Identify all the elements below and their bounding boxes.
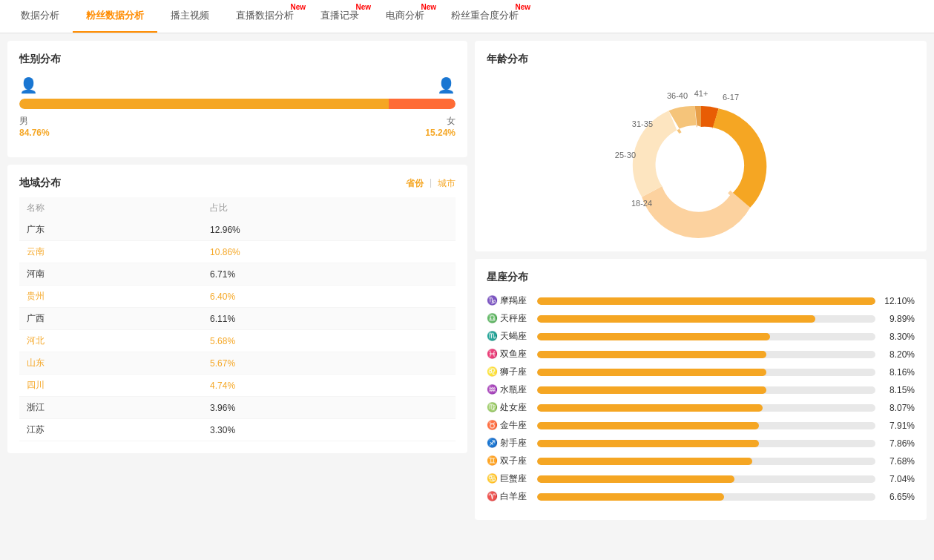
tab-streamer-video[interactable]: 播主视频: [157, 0, 223, 33]
tab-fans-overlap[interactable]: 粉丝重合度分析 New: [438, 0, 532, 33]
zodiac-name: ♉ 金牛座: [487, 419, 531, 432]
region-name: 广东: [19, 219, 203, 241]
age-label-41: 41+: [694, 89, 708, 98]
zodiac-pct: 6.65%: [881, 492, 915, 502]
tab-data-analysis[interactable]: 数据分析: [7, 0, 73, 33]
zodiac-bar-bg: [537, 440, 875, 447]
region-pct: 3.30%: [203, 419, 456, 441]
table-row: 贵州6.40%: [19, 286, 456, 308]
region-pct: 5.68%: [203, 330, 456, 352]
zodiac-name: ♋ 巨蟹座: [487, 472, 531, 485]
region-name: 河北: [19, 330, 203, 352]
tab-ecommerce[interactable]: 电商分析 New: [372, 0, 438, 33]
region-name: 广西: [19, 308, 203, 330]
zodiac-bar-bg: [537, 422, 875, 429]
zodiac-bar-fill: [537, 422, 759, 429]
region-name: 山东: [19, 352, 203, 375]
region-pct: 6.11%: [203, 308, 456, 330]
zodiac-pct: 8.30%: [881, 332, 915, 342]
zodiac-name: ♊ 双子座: [487, 455, 531, 467]
region-pct: 4.74%: [203, 375, 456, 397]
zodiac-bar-bg: [537, 475, 875, 483]
zodiac-pct: 7.91%: [881, 421, 915, 431]
zodiac-name: ♍ 处女座: [487, 401, 531, 414]
zodiac-name: ♎ 天秤座: [487, 312, 531, 325]
list-item: ♒ 水瓶座8.15%: [487, 383, 915, 396]
list-item: ♋ 巨蟹座7.04%: [487, 472, 915, 485]
zodiac-bar-fill: [537, 475, 734, 483]
table-row: 四川4.74%: [19, 375, 456, 397]
tab-live-record[interactable]: 直播记录 New: [307, 0, 372, 33]
table-row: 河南6.71%: [19, 263, 456, 286]
zodiac-bar-fill: [537, 440, 759, 447]
region-name: 云南: [19, 241, 203, 263]
zodiac-pct: 9.89%: [881, 314, 915, 324]
col-pct: 占比: [203, 197, 456, 219]
age-label-3135: 25-30: [614, 151, 635, 159]
table-row: 广西6.11%: [19, 308, 456, 330]
zodiac-title: 星座分布: [487, 271, 915, 284]
age-title: 年龄分布: [487, 53, 915, 66]
table-row: 江苏3.30%: [19, 419, 456, 441]
list-item: ♓ 双鱼座8.20%: [487, 348, 915, 360]
list-item: ♉ 金牛座7.91%: [487, 419, 915, 432]
zodiac-bar-fill: [537, 351, 766, 358]
region-pct: 12.96%: [203, 219, 456, 241]
zodiac-bar-fill: [537, 369, 766, 376]
region-name: 四川: [19, 375, 203, 397]
region-pct: 6.40%: [203, 286, 456, 308]
gender-labels: 男 84.76% 女 15.24%: [19, 115, 456, 138]
list-item: ♍ 处女座8.07%: [487, 401, 915, 414]
region-header: 地域分布 省份 | 城市: [19, 177, 456, 190]
province-link[interactable]: 省份: [406, 177, 424, 190]
male-percent: 84.76%: [19, 128, 50, 138]
main-content: 性别分布 👤 👤 男 84.76% 女 15.: [0, 33, 934, 527]
zodiac-bar-bg: [537, 458, 875, 465]
age-donut-chart: 6-17 18-24 25-30 31-35 36-40 41+: [582, 76, 820, 240]
region-name: 江苏: [19, 419, 203, 441]
age-card: 年龄分布: [475, 41, 927, 251]
region-pct: 5.67%: [203, 352, 456, 375]
zodiac-name: ♐ 射手座: [487, 437, 531, 449]
zodiac-bar-fill: [537, 297, 875, 305]
zodiac-list: ♑ 摩羯座12.10%♎ 天秤座9.89%♏ 天蝎座8.30%♓ 双鱼座8.20…: [487, 294, 915, 503]
zodiac-bar-fill: [537, 493, 724, 501]
list-item: ♌ 狮子座8.16%: [487, 366, 915, 378]
region-card: 地域分布 省份 | 城市 名称 占比 广东12.96%云南10.86%河南6.7…: [7, 165, 467, 453]
zodiac-name: ♓ 双鱼座: [487, 348, 531, 360]
region-title: 地域分布: [19, 177, 61, 190]
zodiac-pct: 8.15%: [881, 385, 915, 395]
female-label: 女: [425, 115, 456, 128]
female-label-group: 女 15.24%: [425, 115, 456, 138]
zodiac-bar-bg: [537, 386, 875, 394]
zodiac-name: ♑ 摩羯座: [487, 294, 531, 307]
zodiac-bar-bg: [537, 297, 875, 305]
age-label-41plus: 36-40: [666, 91, 687, 100]
gender-bar-female: [389, 99, 456, 109]
list-item: ♐ 射手座7.86%: [487, 437, 915, 449]
zodiac-pct: 7.68%: [881, 456, 915, 467]
city-link[interactable]: 城市: [438, 177, 456, 190]
region-name: 贵州: [19, 286, 203, 308]
zodiac-name: ♈ 白羊座: [487, 490, 531, 503]
gender-icons: 👤 👤: [19, 76, 456, 94]
tab-live-data[interactable]: 直播数据分析 New: [223, 0, 307, 33]
list-item: ♈ 白羊座6.65%: [487, 490, 915, 503]
zodiac-pct: 7.86%: [881, 438, 915, 449]
list-item: ♑ 摩羯座12.10%: [487, 294, 915, 307]
zodiac-bar-bg: [537, 351, 875, 358]
zodiac-bar-bg: [537, 404, 875, 412]
tab-fans-data[interactable]: 粉丝数据分析: [73, 0, 157, 33]
region-pct: 10.86%: [203, 241, 456, 263]
region-table: 名称 占比 广东12.96%云南10.86%河南6.71%贵州6.40%广西6.…: [19, 197, 456, 441]
male-label-group: 男 84.76%: [19, 115, 50, 138]
zodiac-bar-fill: [537, 333, 770, 340]
table-row: 山东5.67%: [19, 352, 456, 375]
gender-title: 性别分布: [19, 53, 456, 66]
zodiac-bar-fill: [537, 315, 815, 323]
male-icon: 👤: [19, 76, 38, 94]
age-chart-container: 6-17 18-24 25-30 31-35 36-40 41+: [487, 76, 915, 240]
gender-bar: [19, 99, 456, 109]
zodiac-bar-bg: [537, 369, 875, 376]
zodiac-bar-bg: [537, 315, 875, 323]
